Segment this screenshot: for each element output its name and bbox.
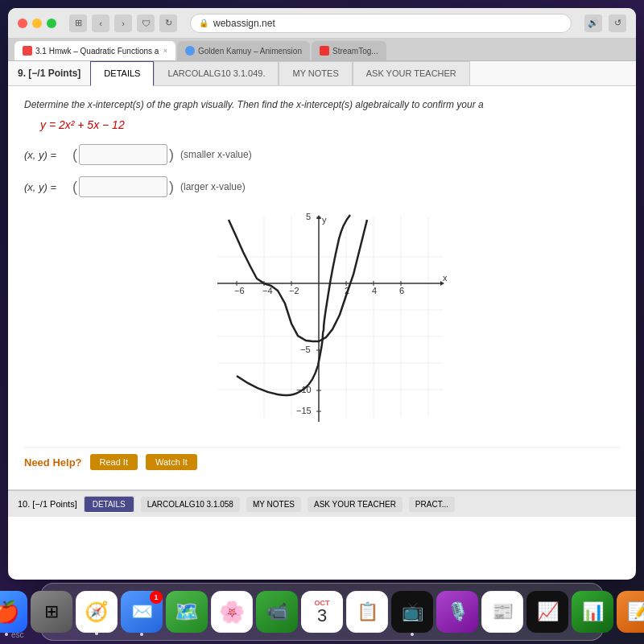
equation-display: y = 2x² + 5x − 12 <box>40 118 620 131</box>
graph-container: −6 −4 −2 2 4 <box>24 208 620 434</box>
svg-text:−4: −4 <box>262 286 273 295</box>
tab-label-kamuy: Golden Kamuy – Animension <box>198 47 302 56</box>
next-question-strip: 10. [−/1 Points] DETAILS LARCOLALG10 3.1… <box>8 489 636 517</box>
tab-label-webassign: 3.1 Hmwk – Quadratic Functions and Mode.… <box>35 47 159 56</box>
calendar-icon: OCT 3 <box>301 591 343 633</box>
read-it-button[interactable]: Read It <box>90 454 138 470</box>
next-tab-ask[interactable]: ASK YOUR TEACHER <box>308 497 402 512</box>
dock-reminders[interactable]: 📋 <box>346 591 388 633</box>
parabola-graph: −6 −4 −2 2 4 <box>193 208 451 434</box>
dock: 🍎 ⊞ 🧭 ✉️ 1 🗺️ 🌸 📹 <box>40 583 604 641</box>
browser-controls: ⊞ ‹ › 🛡 ↻ <box>69 14 177 32</box>
next-tab-my-notes[interactable]: MY NOTES <box>246 497 301 512</box>
open-paren-2: ( <box>72 179 77 196</box>
dock-stocks[interactable]: 📈 <box>526 591 568 633</box>
tab-favicon-webassign <box>23 46 32 56</box>
question-instruction: Determine the x-intercept(s) of the grap… <box>24 99 620 110</box>
svg-text:−6: −6 <box>234 286 245 295</box>
dock-photos[interactable]: 🌸 <box>211 591 253 633</box>
desktop: ⊞ ‹ › 🛡 ↻ 🔒 webassign.net 🔊 ↺ 3.1 Hmwk –… <box>0 0 644 644</box>
answer-label-2: (x, y) = <box>24 181 72 193</box>
lock-icon: 🔒 <box>199 19 208 27</box>
svg-text:5: 5 <box>306 212 311 221</box>
dock-numbers[interactable]: 📊 <box>572 591 613 633</box>
dock-maps[interactable]: 🗺️ <box>166 591 208 633</box>
dock-safari-dot <box>95 632 98 635</box>
tab-close-webassign[interactable]: × <box>163 47 167 55</box>
browser-chrome: ⊞ ‹ › 🛡 ↻ 🔒 webassign.net 🔊 ↺ <box>8 8 636 39</box>
esc-label: esc <box>11 630 24 639</box>
refresh-button[interactable]: ↻ <box>159 14 177 32</box>
dock-finder-dot <box>5 633 8 636</box>
content-area: 9. [−/1 Points] DETAILS LARCOLALG10 3.1.… <box>8 61 636 538</box>
tab-ask-teacher[interactable]: ASK YOUR TEACHER <box>353 61 470 85</box>
browser-window: ⊞ ‹ › 🛡 ↻ 🔒 webassign.net 🔊 ↺ 3.1 Hmwk –… <box>8 8 636 580</box>
forward-button[interactable]: › <box>114 14 132 32</box>
address-bar[interactable]: 🔒 webassign.net <box>190 14 572 33</box>
mail-badge: 1 <box>150 591 163 604</box>
next-question-label: 10. [−/1 Points] <box>18 499 77 509</box>
dock-mail-dot <box>140 633 143 636</box>
reload-button[interactable]: ↺ <box>609 14 626 32</box>
dock-safari[interactable]: 🧭 <box>76 591 118 633</box>
need-help-label: Need Help? <box>24 456 82 469</box>
dock-appletv[interactable]: 📺 <box>391 591 433 633</box>
close-paren-1: ) <box>169 147 174 163</box>
next-tab-details[interactable]: DETAILS <box>84 496 134 513</box>
dock-mail[interactable]: ✉️ 1 <box>121 591 163 633</box>
tab-streamtog[interactable]: StreamTog... <box>312 41 386 60</box>
answer-row-smaller: (x, y) = ( ) (smaller x-value) <box>24 144 620 165</box>
tab-webassign[interactable]: 3.1 Hmwk – Quadratic Functions and Mode.… <box>14 41 175 60</box>
dock-pages[interactable]: 📝 <box>617 591 644 633</box>
tab-details[interactable]: DETAILS <box>90 61 154 86</box>
svg-text:4: 4 <box>372 286 377 295</box>
tab-label-stream: StreamTog... <box>332 47 378 56</box>
close-paren-2: ) <box>169 179 174 196</box>
dock-tv-dot <box>411 633 414 636</box>
minimize-button[interactable] <box>32 19 42 28</box>
svg-text:6: 6 <box>399 286 404 295</box>
address-text: webassign.net <box>213 18 275 29</box>
dock-news[interactable]: 📰 <box>481 591 523 633</box>
traffic-lights <box>18 19 56 28</box>
svg-rect-0 <box>217 217 443 418</box>
answer-input-larger[interactable] <box>79 176 167 197</box>
maximize-button[interactable] <box>47 19 56 28</box>
svg-text:−2: −2 <box>289 286 299 295</box>
shield-icon: 🛡 <box>137 14 155 32</box>
watch-it-button[interactable]: Watch It <box>146 454 197 470</box>
question-area: Determine the x-intercept(s) of the grap… <box>8 86 636 489</box>
y-axis-label: y <box>322 215 327 225</box>
svg-text:−15: −15 <box>296 406 312 415</box>
tab-golden-kamuy[interactable]: Golden Kamuy – Animension <box>177 41 310 60</box>
back-button[interactable]: ‹ <box>92 14 109 32</box>
open-paren-1: ( <box>72 147 77 163</box>
answer-desc-larger: (larger x-value) <box>180 181 246 192</box>
wa-nav: 9. [−/1 Points] DETAILS LARCOLALG10 3.1.… <box>8 61 636 86</box>
answer-input-smaller[interactable] <box>79 144 167 165</box>
answer-desc-smaller: (smaller x-value) <box>180 149 252 160</box>
close-button[interactable] <box>18 19 27 28</box>
dock-launchpad[interactable]: ⊞ <box>31 591 72 633</box>
question-number: 9. [−/1 Points] <box>8 61 90 85</box>
answer-row-larger: (x, y) = ( ) (larger x-value) <box>24 176 620 197</box>
next-tab-code[interactable]: LARCOLALG10 3.1.058 <box>141 497 240 512</box>
audio-button[interactable]: 🔊 <box>584 14 602 32</box>
dock-facetime[interactable]: 📹 <box>256 591 298 633</box>
tab-favicon-kamuy <box>185 46 195 56</box>
window-manager-button[interactable]: ⊞ <box>69 14 87 32</box>
need-help-section: Need Help? Read It Watch It <box>24 447 620 477</box>
next-tab-practice[interactable]: PRACT... <box>409 497 455 512</box>
svg-text:−5: −5 <box>300 345 311 354</box>
tab-favicon-stream <box>320 46 329 56</box>
dock-calendar[interactable]: OCT 3 <box>301 591 343 633</box>
tab-bar: 3.1 Hmwk – Quadratic Functions and Mode.… <box>8 39 636 61</box>
tab-my-notes[interactable]: MY NOTES <box>279 61 352 85</box>
dock-podcasts[interactable]: 🎙️ <box>436 591 478 633</box>
dock-finder[interactable]: 🍎 <box>0 591 27 633</box>
x-axis-label: x <box>443 273 448 283</box>
tab-course-code[interactable]: LARCOLALG10 3.1.049. <box>154 61 279 85</box>
answer-label-1: (x, y) = <box>24 149 72 161</box>
